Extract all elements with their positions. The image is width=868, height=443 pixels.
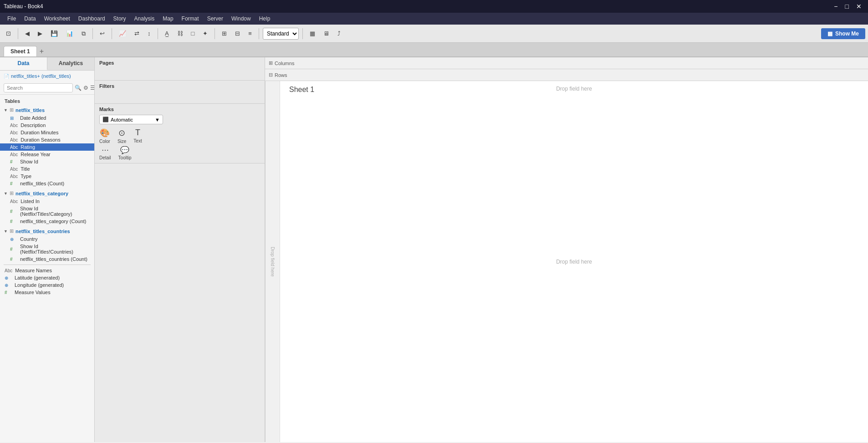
table-group-countries: ▼ ⊞ netflix_titles_countries ⊕ Country #… (0, 227, 94, 263)
field-country[interactable]: ⊕ Country (0, 235, 94, 243)
toolbar-chart[interactable]: 📈 (116, 28, 129, 39)
list-icon[interactable]: ☰ (90, 85, 95, 91)
close-button[interactable]: ✕ (853, 2, 864, 11)
field-show-id-countries[interactable]: # Show Id (Netflix!Titles!Countries) (0, 243, 94, 255)
count-icon: # (10, 257, 17, 262)
menu-worksheet[interactable]: Worksheet (41, 14, 74, 23)
menu-story[interactable]: Story (110, 14, 130, 23)
field-name: netflix_titles_category (Count) (20, 219, 87, 224)
menu-dashboard[interactable]: Dashboard (75, 14, 109, 23)
color-button[interactable]: 🎨 Color (99, 128, 110, 144)
menu-help[interactable]: Help (255, 14, 274, 23)
search-input[interactable] (4, 83, 73, 92)
detail-button[interactable]: ⋯ Detail (99, 146, 111, 160)
field-measure-values[interactable]: # Measure Values (0, 289, 94, 296)
field-longitude[interactable]: ⊕ Longitude (generated) (0, 281, 94, 289)
toolbar-pin[interactable]: ✦ (199, 28, 211, 39)
connection-label: 📄 netflix_titles+ (netflix_titles) (0, 71, 94, 81)
field-name: Date Added (20, 115, 46, 121)
filter-icon[interactable]: ⚙ (83, 85, 88, 91)
field-rating[interactable]: Abc Rating (0, 143, 94, 151)
field-netflix-titles-count[interactable]: # netflix_titles (Count) (0, 180, 94, 187)
field-type[interactable]: Abc Type (0, 173, 94, 180)
minimize-button[interactable]: − (831, 2, 840, 11)
menu-map[interactable]: Map (159, 14, 177, 23)
table-group-category-header[interactable]: ▼ ⊞ netflix_titles_category (0, 189, 94, 198)
field-countries-count[interactable]: # netflix_titles_countries (Count) (0, 255, 94, 263)
field-name: netflix_titles_countries (Count) (20, 256, 87, 262)
toolbar-home[interactable]: ⊡ (3, 28, 14, 39)
string-icon: Abc (10, 123, 18, 128)
analytics-tab[interactable]: Analytics (47, 57, 94, 70)
toolbar-label[interactable]: □ (188, 28, 198, 39)
string-icon: Abc (10, 199, 18, 204)
toolbar-back[interactable]: ◀ (22, 28, 33, 39)
size-label: Size (117, 139, 126, 144)
marks-card: Marks ⬛ Automatic ▼ 🎨 Color (95, 104, 265, 163)
field-duration-seasons[interactable]: Abc Duration Seasons (0, 136, 94, 143)
number-icon: # (10, 209, 17, 214)
table-group-netflix-titles-header[interactable]: ▼ ⊞ netflix_titles (0, 106, 94, 114)
tooltip-button[interactable]: 💬 Tooltip (118, 146, 132, 160)
rows-drop-zone[interactable] (297, 70, 868, 81)
toolbar-sep-2 (92, 28, 93, 39)
toolbar-highlight[interactable]: A̲ (162, 28, 172, 39)
filters-title: Filters (99, 83, 260, 89)
pages-card: Pages (95, 57, 265, 81)
field-latitude[interactable]: ⊕ Latitude (generated) (0, 274, 94, 281)
table-group-countries-header[interactable]: ▼ ⊞ netflix_titles_countries (0, 227, 94, 235)
toolbar-sort[interactable]: ↕ (144, 28, 154, 39)
left-drop-zone[interactable]: Drop field here (266, 81, 280, 442)
toolbar-undo[interactable]: ↩ (97, 28, 108, 39)
menu-server[interactable]: Server (204, 14, 227, 23)
toolbar-fit-1[interactable]: ⊞ (219, 28, 230, 39)
menu-data[interactable]: Data (20, 14, 39, 23)
top-drop-field[interactable]: Drop field here (556, 86, 592, 92)
right-area: Pages Filters Marks ⬛ A (95, 57, 868, 442)
toolbar-group[interactable]: ⛓ (174, 28, 186, 39)
size-button[interactable]: ⊙ Size (117, 128, 126, 144)
field-name: Listed In (20, 199, 40, 204)
toolbar-duplicate[interactable]: ⧉ (78, 28, 89, 39)
menu-file[interactable]: File (4, 14, 20, 23)
menu-analysis[interactable]: Analysis (131, 14, 158, 23)
columns-drop-zone[interactable] (298, 58, 868, 69)
toolbar-forward[interactable]: ▶ (35, 28, 46, 39)
add-tab-button[interactable]: + (37, 47, 46, 56)
toolbar-monitor[interactable]: 🖥 (320, 28, 332, 39)
field-listed-in[interactable]: Abc Listed In (0, 198, 94, 205)
data-tab[interactable]: Data (0, 57, 47, 70)
field-date-added[interactable]: ⊞ Date Added (0, 114, 94, 122)
connection-name: netflix_titles+ (netflix_titles) (11, 73, 71, 79)
toolbar-bar-chart[interactable]: ▦ (306, 28, 318, 39)
columns-text: Columns (275, 61, 294, 66)
field-measure-names[interactable]: Abc Measure Names (0, 267, 94, 274)
marks-type-select[interactable]: ⬛ Automatic ▼ (99, 115, 163, 124)
toolbar-fit-3[interactable]: ≡ (245, 28, 255, 39)
maximize-button[interactable]: □ (842, 2, 852, 11)
menu-format[interactable]: Format (178, 14, 203, 23)
search-box: 🔍 ⚙ ☰ (0, 81, 94, 95)
text-button[interactable]: T Text (133, 128, 142, 144)
field-duration-minutes[interactable]: Abc Duration Minutes (0, 129, 94, 136)
count-icon: # (10, 181, 17, 186)
field-show-id[interactable]: # Show Id (0, 158, 94, 165)
toolbar-fit-2[interactable]: ⊟ (232, 28, 243, 39)
show-me-button[interactable]: ▦ Show Me (821, 28, 865, 39)
sheet-tab-1[interactable]: Sheet 1 (4, 46, 37, 56)
field-description[interactable]: Abc Description (0, 122, 94, 129)
toolbar-save[interactable]: 💾 (47, 28, 61, 39)
field-title[interactable]: Abc Title (0, 165, 94, 173)
field-category-count[interactable]: # netflix_titles_category (Count) (0, 218, 94, 225)
pages-title: Pages (99, 60, 260, 66)
toolbar-share[interactable]: ⤴ (334, 28, 344, 39)
string-icon: Abc (5, 268, 12, 273)
menu-window[interactable]: Window (228, 14, 255, 23)
standard-select[interactable]: Standard (263, 28, 299, 40)
field-release-year[interactable]: Abc Release Year (0, 151, 94, 158)
field-show-id-category[interactable]: # Show Id (Netflix!Titles!Category) (0, 205, 94, 218)
toolbar-swap[interactable]: ⇄ (131, 28, 143, 39)
field-name: Duration Seasons (20, 137, 60, 143)
center-drop-field[interactable]: Drop field here (556, 259, 592, 265)
toolbar-new-datasource[interactable]: 📊 (63, 28, 77, 39)
